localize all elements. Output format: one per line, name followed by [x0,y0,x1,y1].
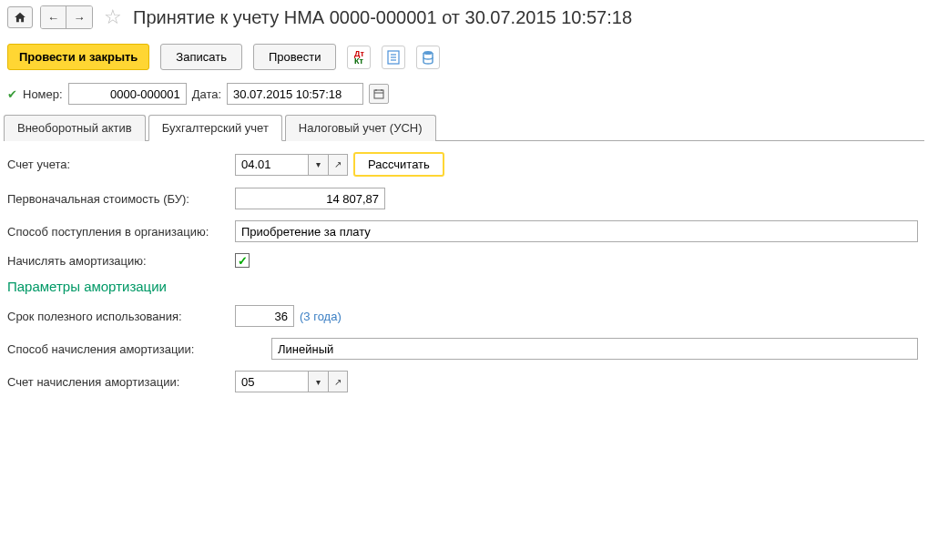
amortization-method-label: Способ начисления амортизации: [7,342,271,356]
useful-life-hint: (3 года) [300,310,342,323]
cost-input[interactable] [235,188,385,209]
home-icon [14,11,26,24]
date-label: Дата: [192,87,221,101]
account-open-button[interactable]: ↗ [328,154,348,176]
document-icon [387,50,400,65]
arrow-right-icon: → [74,11,86,25]
chevron-down-icon: ▾ [316,377,321,387]
calculate-button[interactable]: Рассчитать [353,152,444,177]
useful-life-input[interactable] [235,305,294,327]
amortization-checkbox[interactable]: ✓ [235,253,250,268]
amortization-account-combo: ▾ ↗ [235,371,348,392]
amortization-method-input[interactable] [271,338,918,360]
amortization-flag-label: Начислять амортизацию: [7,254,235,268]
tab-accounting[interactable]: Бухгалтерский учет [148,115,282,141]
amortization-account-input[interactable] [235,371,308,392]
amortization-account-dropdown-button[interactable]: ▾ [308,371,328,392]
save-button[interactable]: Записать [160,44,242,70]
amortization-account-label: Счет начисления амортизации: [7,375,235,389]
receipt-method-label: Способ поступления в организацию: [7,225,235,239]
dt-kt-button[interactable]: ДтКт [347,46,371,69]
number-label: Номер: [23,87,63,101]
nav-forward-button[interactable]: → [66,6,92,28]
calendar-button[interactable] [369,84,389,104]
report-button[interactable] [382,46,405,69]
number-input[interactable] [68,83,187,105]
database-icon [423,50,433,65]
account-dropdown-button[interactable]: ▾ [308,154,328,176]
calendar-icon [373,88,384,99]
dt-kt-icon: ДтКт [354,50,364,65]
receipt-method-input[interactable] [235,220,918,242]
useful-life-label: Срок полезного использования: [7,310,235,323]
amortization-section-title: Параметры амортизации [7,279,921,294]
open-icon: ↗ [334,159,342,169]
page-title: Принятие к учету НМА 0000-000001 от 30.0… [133,7,632,28]
home-button[interactable] [7,6,33,28]
tab-tax-accounting[interactable]: Налоговый учет (УСН) [285,115,436,141]
cost-label: Первоначальная стоимость (БУ): [7,192,235,206]
check-icon: ✓ [238,254,248,268]
svg-point-4 [423,51,433,55]
account-label: Счет учета: [7,158,235,171]
account-combo: ▾ ↗ [235,154,348,176]
post-button[interactable]: Провести [253,44,337,70]
favorite-star-icon[interactable]: ☆ [104,5,122,29]
post-and-close-button[interactable]: Провести и закрыть [7,44,149,70]
nav-back-button[interactable]: ← [41,6,66,28]
structure-button[interactable] [416,46,440,69]
open-icon: ↗ [334,377,342,387]
svg-rect-5 [374,90,383,98]
amortization-account-open-button[interactable]: ↗ [328,371,348,392]
posted-check-icon: ✔ [7,87,17,101]
account-input[interactable] [235,154,308,176]
date-input[interactable] [227,83,363,105]
tab-noncurrent-asset[interactable]: Внеоборотный актив [4,115,146,141]
chevron-down-icon: ▾ [316,159,321,169]
arrow-left-icon: ← [47,11,59,25]
